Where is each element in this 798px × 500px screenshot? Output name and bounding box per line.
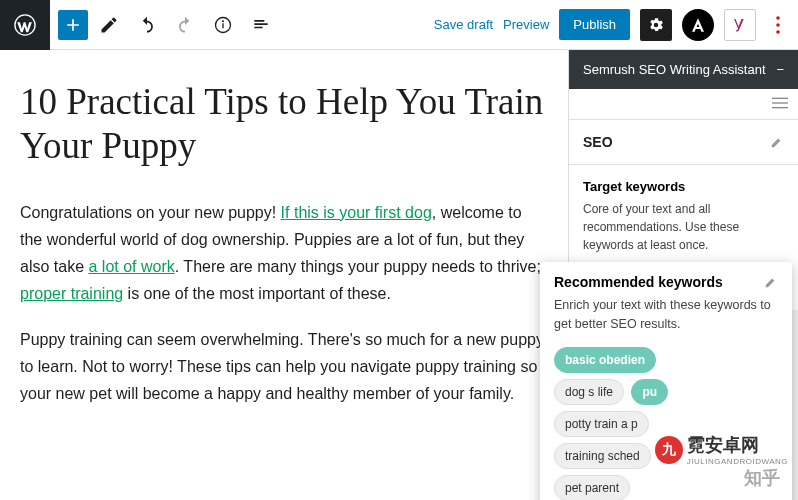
p1-text-c: . There are many things your puppy needs… (175, 258, 541, 275)
link-first-dog[interactable]: If this is your first dog (281, 204, 432, 221)
watermark-sub: JIULINGANDROIDWANG (687, 457, 788, 466)
reco-tag[interactable]: training sched (554, 443, 651, 469)
reco-title: Recommended keywords (554, 274, 723, 290)
svg-rect-8 (772, 102, 788, 103)
svg-point-3 (223, 20, 224, 21)
minimize-icon[interactable]: − (776, 62, 784, 77)
p1-text-d: is one of the most important of these. (123, 285, 391, 302)
post-title[interactable]: 10 Practical Tips to Help You Train Your… (20, 80, 548, 169)
p1-text-a: Congratulations on your new puppy! (20, 204, 281, 221)
target-keywords-desc: Core of your text and all recommendation… (583, 200, 784, 254)
settings-button[interactable] (640, 9, 672, 41)
svg-rect-9 (772, 107, 788, 108)
reco-desc: Enrich your text with these keywords to … (554, 296, 778, 334)
watermark-badge: 九 (655, 436, 683, 464)
svg-rect-7 (772, 98, 788, 99)
outline-button[interactable] (244, 8, 278, 42)
publish-button[interactable]: Publish (559, 9, 630, 40)
paragraph-1[interactable]: Congratulations on your new puppy! If th… (20, 199, 548, 308)
svg-point-4 (776, 16, 780, 20)
more-menu-button[interactable] (766, 16, 790, 34)
edit-icon[interactable] (92, 8, 126, 42)
reco-tag[interactable]: pet parent (554, 475, 630, 501)
zhihu-watermark: 知乎 (744, 466, 780, 490)
info-button[interactable] (206, 8, 240, 42)
link-proper-training[interactable]: proper training (20, 285, 123, 302)
panel-menu-row[interactable] (569, 89, 798, 120)
editor-content[interactable]: 10 Practical Tips to Help You Train Your… (0, 50, 568, 500)
edit-seo-icon[interactable] (770, 135, 784, 149)
add-block-button[interactable] (58, 10, 88, 40)
svg-point-5 (776, 23, 780, 27)
seo-section-title: SEO (583, 134, 613, 150)
semrush-panel-header[interactable]: Semrush SEO Writing Assistant − (569, 50, 798, 89)
yoast-button[interactable] (724, 9, 756, 41)
redo-button[interactable] (168, 8, 202, 42)
watermark-logo: 九 霓安卓网 JIULINGANDROIDWANG (655, 433, 788, 466)
paragraph-2[interactable]: Puppy training can seem overwhelming. Th… (20, 326, 548, 408)
panel-title: Semrush SEO Writing Assistant (583, 62, 766, 77)
svg-point-6 (776, 30, 780, 34)
reco-tag[interactable]: dog s life (554, 379, 624, 405)
plugin-a-button[interactable] (682, 9, 714, 41)
preview-button[interactable]: Preview (503, 17, 549, 32)
reco-tag[interactable]: pu (631, 379, 668, 405)
link-lot-of-work[interactable]: a lot of work (88, 258, 174, 275)
watermark-brand: 霓安卓网 (687, 433, 788, 457)
wordpress-logo[interactable] (0, 0, 50, 50)
reco-tag[interactable]: basic obedien (554, 347, 656, 373)
undo-button[interactable] (130, 8, 164, 42)
reco-tag[interactable]: potty train a p (554, 411, 649, 437)
edit-reco-icon[interactable] (764, 275, 778, 289)
save-draft-button[interactable]: Save draft (434, 17, 493, 32)
target-keywords-title: Target keywords (583, 179, 784, 194)
